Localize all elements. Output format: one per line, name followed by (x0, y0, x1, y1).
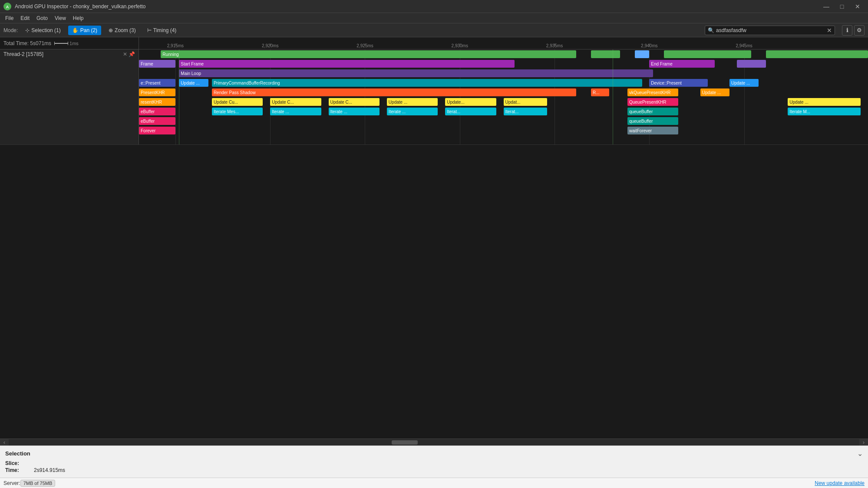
slice-iterate-3[interactable]: Iterate ... (387, 108, 438, 115)
info-button[interactable]: ℹ (842, 25, 852, 36)
thread-pin-button[interactable]: 📌 (129, 51, 135, 57)
menu-edit[interactable]: Edit (17, 14, 33, 22)
thread-track[interactable]: Running Frame Start Frame End Frame Main… (139, 49, 868, 144)
menu-help[interactable]: Help (69, 14, 87, 22)
selection-icon: ⊹ (25, 27, 30, 33)
menubar: File Edit Goto View Help (0, 13, 868, 23)
slice-iterate-mes[interactable]: Iterate Mes... (212, 108, 263, 115)
maximize-button[interactable]: □ (835, 2, 849, 11)
slice-update-3b[interactable]: Update ... (387, 98, 438, 106)
slice-end-frame[interactable]: End Frame (649, 60, 715, 68)
tick-2940: 2,940ms (641, 43, 657, 49)
slice-iterate-far[interactable]: Iterate M... (788, 108, 861, 115)
empty-area (0, 145, 868, 439)
window-controls: — □ ✕ (819, 2, 865, 11)
slice-running-1[interactable]: Running (161, 50, 576, 58)
slice-presentkhr-1[interactable]: PresentKHR (139, 88, 175, 96)
slice-update-c-1[interactable]: Update C... (270, 98, 321, 106)
scroll-thumb[interactable] (392, 440, 418, 445)
slice-label: Slice: (5, 460, 27, 466)
slice-vkqueue-1[interactable]: vkQueuePresentKHR (627, 88, 679, 96)
mode-pan-button[interactable]: ✋ Pan (2) (68, 26, 101, 35)
marker-line-2 (613, 49, 613, 144)
minimize-button[interactable]: — (819, 2, 833, 11)
grid-line (554, 49, 555, 144)
tick-2915: 2,915ms (167, 43, 184, 49)
server-value: 7MB of 75MB (20, 480, 56, 487)
mode-label: Mode: (3, 27, 18, 33)
mode-timing-button[interactable]: ⊢ Timing (4) (143, 26, 181, 35)
slice-device-present[interactable]: Device::Present (649, 79, 707, 87)
slice-iterat-2[interactable]: Iterat... (504, 108, 548, 115)
mode-pan-label: Pan (2) (80, 27, 97, 33)
scale-line-icon (55, 43, 68, 44)
slice-queuepresentkhr[interactable]: QueuePresentKHR (627, 98, 679, 106)
slice-primarycmdbuffer[interactable]: PrimaryCommandBufferRecording (212, 79, 642, 87)
mode-selection-button[interactable]: ⊹ Selection (1) (21, 26, 64, 35)
search-bar: 🔍 ✕ (705, 26, 835, 35)
search-icon: 🔍 (708, 27, 714, 33)
tick-2935: 2,935ms (546, 43, 563, 49)
zoom-icon: ⊕ (109, 27, 113, 33)
slice-running-3[interactable] (635, 50, 650, 58)
thread-collapse-button[interactable]: ✕ (123, 51, 127, 57)
menu-file[interactable]: File (2, 14, 17, 22)
slice-iterate-1[interactable]: Iterate ... (270, 108, 321, 115)
scroll-right-button[interactable]: › (859, 439, 868, 446)
window-title: Android GPU Inspector - chonky_bender_vu… (15, 3, 819, 10)
slice-update-4[interactable]: Update... (445, 98, 496, 106)
settings-button[interactable]: ⚙ (854, 25, 865, 36)
slice-start-frame[interactable]: Start Frame (179, 60, 514, 68)
time-ruler: Total Time: 5s071ms 1ms 2,915ms 2,920ms … (0, 37, 868, 49)
slice-ebuffer-2[interactable]: eBuffer (139, 117, 175, 125)
slice-update-cu[interactable]: Update Cu... (212, 98, 263, 106)
selection-panel: Selection ⌄ Slice: Time: 2s914.915ms (0, 445, 868, 478)
slice-running-4[interactable] (664, 50, 751, 58)
slice-queuebuffer-2[interactable]: queueBuffer (627, 117, 679, 125)
menu-view[interactable]: View (51, 14, 69, 22)
slice-r[interactable]: R... (591, 88, 609, 96)
statusbar: Server: 7MB of 75MB New update available (0, 478, 868, 488)
slice-running-2[interactable] (591, 50, 620, 58)
slice-iterate-2[interactable]: Iterate ... (329, 108, 380, 115)
thread-name: Thread-2 [15785] (3, 51, 43, 57)
slice-queuebuffer-1[interactable]: queueBuffer (627, 108, 679, 115)
search-clear-button[interactable]: ✕ (827, 27, 832, 34)
grid-line (175, 49, 176, 144)
slice-forever[interactable]: Forever (139, 127, 175, 134)
time-label: Time: (5, 467, 27, 473)
thread-row: Thread-2 [15785] ✕ 📌 Running (0, 49, 868, 145)
slice-waitforever[interactable]: waitForever (627, 127, 679, 134)
slice-updat[interactable]: Updat... (504, 98, 548, 106)
slice-update-2[interactable]: Update ... (729, 79, 759, 87)
slice-ebuffer-1[interactable]: eBuffer (139, 108, 175, 115)
slice-main-loop[interactable]: Main Loop (179, 69, 653, 77)
search-input[interactable] (716, 27, 825, 33)
slice-update-c-2[interactable]: Update C... (329, 98, 380, 106)
update-available-link[interactable]: New update available (815, 480, 865, 486)
slice-update-1[interactable]: Update ... (179, 79, 208, 87)
slice-frame[interactable]: Frame (139, 60, 175, 68)
scroll-left-button[interactable]: ‹ (0, 439, 9, 446)
slice-update-3[interactable]: Update ... (700, 88, 729, 96)
close-button[interactable]: ✕ (851, 2, 865, 11)
marker-line (179, 49, 179, 144)
selection-panel-collapse-button[interactable]: ⌄ (857, 449, 863, 458)
slice-update-far[interactable]: Update ... (788, 98, 861, 106)
scale-indicator: 1ms (55, 41, 79, 46)
slice-running-5[interactable] (766, 50, 868, 58)
ruler-ticks: 2,915ms 2,920ms 2,925ms 2,930ms 2,935ms … (139, 37, 868, 49)
slice-iterat-1[interactable]: Iterat... (445, 108, 496, 115)
slice-presentkhr-2[interactable]: resentKHR (139, 98, 175, 106)
toolbar: Mode: ⊹ Selection (1) ✋ Pan (2) ⊕ Zoom (… (0, 23, 868, 37)
slice-present-1[interactable]: e::Present (139, 79, 175, 87)
thread-area: Thread-2 [15785] ✕ 📌 Running (0, 49, 868, 439)
timing-icon: ⊢ (147, 27, 152, 33)
slice-frame-2[interactable] (737, 60, 766, 68)
slice-render-pass-shadow[interactable]: Render Pass Shadow (212, 88, 577, 96)
scroll-track[interactable] (9, 439, 859, 445)
tick-2945: 2,945ms (736, 43, 752, 49)
mode-zoom-button[interactable]: ⊕ Zoom (3) (105, 26, 140, 35)
selection-panel-title: Selection (5, 450, 30, 457)
menu-goto[interactable]: Goto (33, 14, 51, 22)
